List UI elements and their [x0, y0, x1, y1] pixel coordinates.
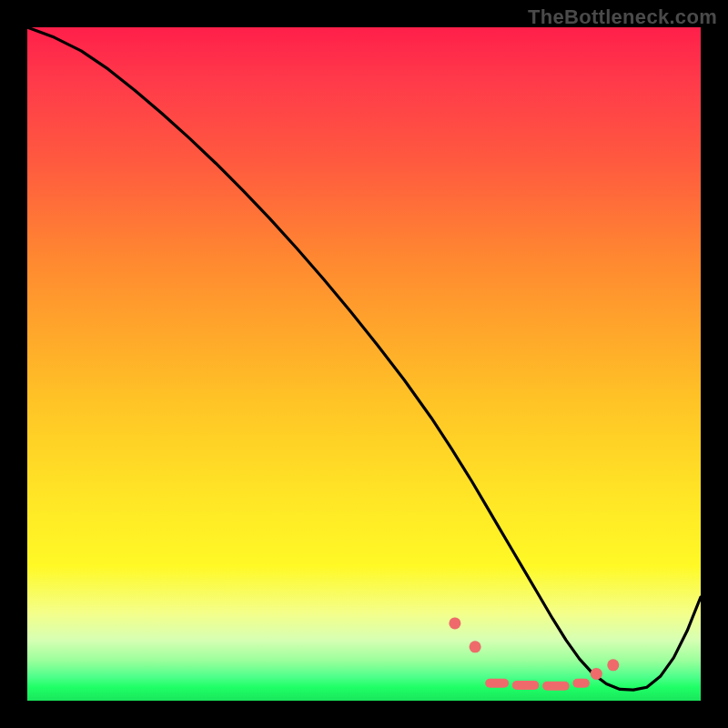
chart-overlay — [27, 27, 701, 701]
main-curve — [27, 27, 701, 690]
marker-dot — [591, 668, 602, 680]
chart-frame: TheBottleneck.com — [0, 0, 728, 728]
marker-dash — [512, 681, 540, 690]
marker-dash — [485, 679, 509, 688]
marker-dash — [542, 682, 570, 691]
marker-dot — [449, 617, 460, 629]
marker-dash — [572, 679, 590, 688]
marker-dot — [607, 659, 619, 671]
watermark-text: TheBottleneck.com — [528, 5, 717, 29]
plot-area — [27, 27, 701, 701]
marker-layer — [449, 617, 619, 690]
marker-dot — [470, 641, 481, 652]
